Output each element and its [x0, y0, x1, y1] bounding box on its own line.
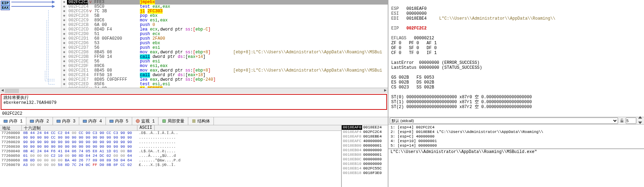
dump-addr: 77260000 [0, 131, 22, 135]
disasm-bytes: FF50 14 [93, 55, 138, 59]
dump-row[interactable]: 772600408B 4C 24 04 F6 41 04 06 74 05 E8… [0, 149, 341, 154]
stack-row[interactable]: 0018EAF4002FC2C4 [342, 130, 388, 134]
stack-val: 00000001 [362, 153, 383, 157]
info-box: 跳转将要执行 ebx=kernel32.76A94079 [1, 94, 387, 110]
stack-comment-panel[interactable]: L"C:\\Users\\Administrator\\AppData\\Roa… [388, 148, 644, 187]
stack-val: 00000080 [362, 157, 383, 162]
stack-val: 0018F3E0 [362, 171, 383, 175]
stack-panel[interactable]: 0018EAF00018EE240018EAF4002FC2C40018EAF8… [342, 125, 388, 187]
last-error: LastError 00000000 (ERROR_SUCCESS) [391, 60, 480, 65]
expand-icon [88, 68, 93, 73]
dump-ascii: .D$..Â..Ì.Ã.Ì.Ã.. [137, 131, 179, 135]
stack-val: 40000000 [362, 139, 383, 143]
disasm-row[interactable]: ●002FC2CD8D4D F4lea ecx,dword ptr ss:[eb… [61, 27, 388, 32]
disasm-row[interactable]: ●002FC2C6v7C 3Bjl 2FC303 [61, 9, 388, 14]
dump-hex: 8B 44 24 04 CC C2 04 00 CC 90 C3 90 CC C… [22, 131, 137, 135]
stack-addr: 0018EB10 [342, 162, 362, 166]
disasm-row[interactable]: ●002FC2DE56push esi [61, 59, 388, 64]
stack-row[interactable]: 0018EB0C00000080 [342, 157, 388, 162]
dump-addr: 77260040 [0, 149, 22, 154]
reg-edi: 0018EBE4 [406, 16, 427, 21]
disasm-row[interactable]: ●002FC2DBFF50 14call dword ptr ds:[eax+1… [61, 55, 388, 59]
dump-hex: 8B 0D 00 00 00 00 BA 40 26 77 89 08 89 5… [22, 158, 137, 163]
last-status: LastStatus 00000000 (STATUS_SUCCESS) [391, 65, 482, 70]
flags-row3: CF 0 TF 0 IF 1 [391, 51, 437, 55]
args-panel[interactable]: 1: [esp+4] 002FC2C42: [esp+8] 0018EBE4 L… [388, 125, 644, 148]
svg-rect-6 [110, 120, 113, 122]
tab-内存 3[interactable]: 内存 3 [53, 117, 79, 125]
stack-val: 002FC55C [362, 166, 383, 171]
dump-header: 地址 十六进制 ASCII [0, 125, 341, 131]
dump-hex: 8B 4C 24 04 F6 41 04 06 74 05 E8 A1 1D 0… [22, 149, 137, 154]
disasm-row[interactable]: ●002FC2E78D85 C0FDFFFFlea eax,dword ptr … [61, 78, 388, 82]
stack-row[interactable]: 0018EB0000000001 [342, 143, 388, 148]
tab-内存 4[interactable]: 内存 4 [79, 117, 106, 125]
tab-内存 1[interactable]: 内存 1 [0, 117, 26, 125]
arg-line: 5: [esp+14] 00000000 [391, 143, 642, 148]
tab-监视 1[interactable]: 监视 1 [132, 117, 158, 125]
tab-label: 结构体 [197, 118, 210, 124]
dump-row[interactable]: 7726002090 90 90 90 90 90 90 90 90 90 90… [0, 140, 341, 145]
calling-convention-select[interactable]: 默认 (stdcall) [390, 118, 618, 124]
dump-tabbar: 内存 1内存 2内存 3内存 4内存 5监视 1局部变量结构体 [0, 117, 388, 125]
reg-edi-comment: L"C:\\Users\\Administrator\\AppData\\Roa… [439, 16, 555, 21]
disassembly-panel[interactable]: EIP EAX ●002FC2C2vFFE3jmpebx●002FC2C485C… [0, 0, 388, 88]
unlock-icon[interactable] [619, 118, 624, 123]
svg-point-7 [136, 119, 140, 123]
disasm-row[interactable]: ●002FC2C485C0test eax,eax [61, 5, 388, 9]
expand-icon [88, 14, 93, 18]
disasm-row[interactable]: ●002FC2C2vFFE3jmpebx [61, 0, 388, 5]
jump-arrows [11, 0, 56, 88]
tab-label: 内存 1 [9, 118, 22, 124]
expand-icon [88, 55, 93, 59]
stack-row[interactable]: 0018EAF80018EBE4 [342, 134, 388, 139]
stack-row[interactable]: 0018EAFC40000000 [342, 139, 388, 143]
arg-line: 3: [esp+C] 40000000 [391, 134, 642, 139]
disasm-bytes: 68 00FA0200 [93, 36, 138, 41]
scroll-right-icon[interactable]: ► [383, 88, 388, 94]
dump-col-hex: 十六进制 [22, 125, 137, 131]
arg-count-input[interactable] [626, 118, 636, 124]
segs-row3: CS 0023 SS 002B [391, 85, 434, 90]
tab-内存 5[interactable]: 内存 5 [106, 117, 132, 125]
dump-row[interactable]: 7726005001 00 00 00 C2 10 00 90 8D 84 24… [0, 154, 341, 158]
dump-addr: 77260010 [0, 135, 22, 140]
disasm-comment: [ebp+8]:L"C:\\Users\\Administrator\\AppD… [233, 68, 382, 73]
arg-count-spinner[interactable] [638, 116, 643, 125]
tab-结构体[interactable]: 结构体 [188, 117, 214, 125]
fpu-st2: ST(2) 00000000000000000000 x87r2 空 0.000… [391, 105, 532, 109]
scroll-thumb[interactable] [5, 89, 19, 93]
dump-addr: 77260050 [0, 154, 22, 158]
registers-panel[interactable]: ESP 0018EAF0 ESI 00000000 EDI 0018EBE4 L… [388, 0, 644, 117]
stack-row[interactable]: 0018EB0400000000 [342, 148, 388, 153]
expand-icon [88, 46, 93, 50]
dump-ascii: ................ [137, 135, 177, 140]
tab-局部变量[interactable]: 局部变量 [158, 117, 188, 125]
dump-row[interactable]: 7726001090 90 90 90 CC 90 90 90 90 90 90… [0, 135, 341, 140]
arg-line: 4: [esp+10] 00000001 [391, 139, 642, 143]
current-address: 002FC2C2 [0, 111, 388, 117]
memory-dump-panel[interactable]: 地址 十六进制 ASCII 772600008B 44 24 04 CC C2 … [0, 125, 342, 187]
disasm-row[interactable]: ●002FC2D653push ebx [61, 41, 388, 46]
tab-label: 内存 2 [35, 118, 49, 124]
dump-row[interactable]: 7726003090 90 90 90 90 90 90 90 90 90 90… [0, 145, 341, 149]
dump-hex: 90 90 90 90 90 90 90 90 90 90 90 90 90 9… [22, 145, 137, 149]
scroll-left-icon[interactable]: ◄ [0, 88, 5, 94]
stack-addr: 0018EB08 [342, 153, 362, 157]
stack-row[interactable]: 0018EB0800000001 [342, 153, 388, 157]
dump-row[interactable]: 772600608B 0D 00 00 00 00 BA 40 26 77 89… [0, 158, 341, 163]
dump-row[interactable]: 772600008B 44 24 04 CC C2 04 00 CC 90 C3… [0, 131, 341, 135]
stack-row[interactable]: 0018EB180018F3E0 [342, 171, 388, 175]
stack-row[interactable]: 0018EAF00018EE24 [342, 125, 388, 130]
tab-内存 2[interactable]: 内存 2 [26, 117, 53, 125]
disasm-row[interactable]: ●002FC2C85Bpop ebx [61, 14, 388, 18]
dump-row[interactable]: 77260070A3 00 00 00 00 58 8D 7C 24 0C FF… [0, 163, 341, 167]
stack-row[interactable]: 0018EB1000000000 [342, 162, 388, 166]
disasm-row[interactable]: ●002FC2ED85F6test esi,esi [61, 82, 388, 87]
stack-row[interactable]: 0018EB14002FC55C [342, 166, 388, 171]
mem-icon [109, 119, 114, 123]
disasm-row[interactable]: ●002FC2C989C6mov esi,eax [61, 18, 388, 23]
disasm-h-scrollbar[interactable]: ◄ ► [0, 88, 388, 93]
disasm-row[interactable]: ●002FC2D168 00FA0200push 2FA00 [61, 36, 388, 41]
reg-esi: 00000000 [406, 11, 427, 16]
